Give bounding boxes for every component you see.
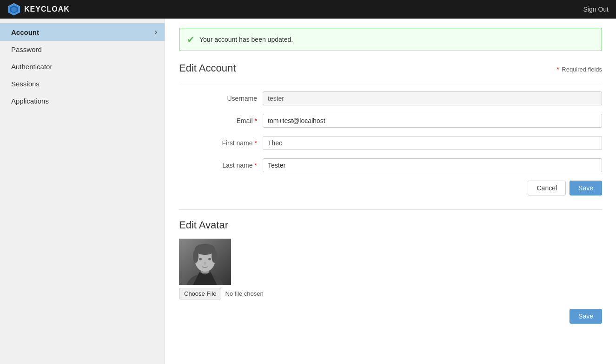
sidebar-item-account[interactable]: Account ›: [0, 23, 165, 41]
required-note-text: Required fields: [562, 66, 602, 73]
check-circle-icon: ✔: [187, 34, 195, 45]
sidebar-item-applications-label: Applications: [11, 97, 49, 105]
email-input[interactable]: [263, 114, 602, 128]
sidebar-item-password-label: Password: [11, 46, 42, 53]
avatar-svg: [179, 239, 231, 285]
firstname-input[interactable]: [263, 136, 602, 150]
edit-account-title: Edit Account: [179, 62, 236, 74]
email-label: Email *: [179, 117, 263, 124]
sidebar-item-sessions-label: Sessions: [11, 80, 40, 88]
svg-point-9: [193, 250, 199, 263]
firstname-label: First name *: [179, 139, 263, 147]
edit-account-header: Edit Account * Required fields: [179, 62, 602, 74]
save-account-button[interactable]: Save: [570, 181, 602, 195]
edit-avatar-section: Edit Avatar: [179, 209, 602, 324]
navbar: KEYCLOAK Sign Out: [0, 0, 616, 19]
sidebar-item-authenticator-label: Authenticator: [11, 63, 52, 71]
signout-link[interactable]: Sign Out: [583, 6, 609, 13]
lastname-required-star: *: [255, 162, 257, 169]
main-content: ✔ Your account has been updated. Edit Ac…: [165, 19, 616, 364]
svg-point-11: [199, 258, 202, 260]
lastname-label: Last name *: [179, 162, 263, 169]
email-required-star: *: [255, 117, 257, 124]
firstname-required-star: *: [255, 139, 257, 147]
svg-point-12: [208, 258, 211, 260]
page-layout: Account › Password Authenticator Session…: [0, 19, 616, 364]
required-note: * Required fields: [557, 66, 602, 73]
avatar-preview: [179, 239, 231, 285]
avatar-image-container: Choose File No file chosen: [179, 239, 602, 299]
save-avatar-button[interactable]: Save: [570, 309, 602, 324]
cancel-button[interactable]: Cancel: [528, 181, 566, 195]
svg-point-13: [204, 262, 206, 265]
choose-file-button[interactable]: Choose File: [179, 288, 221, 299]
required-star: *: [557, 66, 559, 73]
alert-message: Your account has been updated.: [199, 36, 293, 43]
avatar-save-row: Save: [179, 309, 602, 324]
lastname-input[interactable]: [263, 158, 602, 172]
email-row: Email *: [179, 114, 602, 128]
username-input[interactable]: [263, 91, 602, 105]
username-row: Username: [179, 91, 602, 105]
account-form-actions: Cancel Save: [179, 181, 602, 195]
sidebar: Account › Password Authenticator Session…: [0, 19, 165, 364]
edit-avatar-header: Edit Avatar: [179, 219, 602, 231]
sidebar-item-applications[interactable]: Applications: [0, 92, 165, 110]
sidebar-item-sessions[interactable]: Sessions: [0, 75, 165, 92]
chevron-right-icon: ›: [155, 28, 157, 36]
keycloak-icon: [7, 3, 20, 16]
brand-logo: KEYCLOAK: [7, 3, 70, 16]
firstname-row: First name *: [179, 136, 602, 150]
no-file-text: No file chosen: [225, 290, 263, 297]
username-label: Username: [179, 95, 263, 102]
sidebar-item-password[interactable]: Password: [0, 41, 165, 58]
sidebar-item-account-label: Account: [11, 28, 39, 36]
edit-account-form: Username Email * First name *: [179, 82, 602, 172]
brand-name: KEYCLOAK: [24, 5, 70, 13]
svg-point-10: [212, 250, 217, 263]
sidebar-item-authenticator[interactable]: Authenticator: [0, 58, 165, 75]
file-input-row: Choose File No file chosen: [179, 288, 602, 299]
success-alert: ✔ Your account has been updated.: [179, 28, 602, 51]
edit-avatar-title: Edit Avatar: [179, 219, 228, 231]
lastname-row: Last name *: [179, 158, 602, 172]
